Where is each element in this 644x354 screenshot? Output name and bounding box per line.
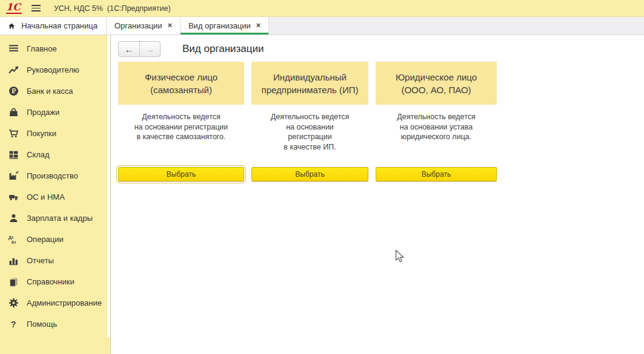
svg-text:Кт: Кт: [12, 240, 16, 244]
card-description: Деятельность ведется на основании устава…: [376, 112, 497, 167]
window-titlebar: 1С УСН, НДС 5% (1С:Предприятие): [0, 0, 644, 17]
sidebar-item-fixed-assets[interactable]: ОС и НМА: [0, 186, 110, 208]
sidebar-item-label: Руководителю: [27, 65, 79, 74]
sidebar-item-sales[interactable]: Продажи: [0, 102, 110, 123]
history-nav-group: ← →: [118, 41, 161, 57]
sidebar-item-label: Продажи: [27, 108, 59, 117]
shopping-bag-icon: [8, 107, 19, 118]
tab-label: Организации: [115, 21, 162, 30]
sidebar-item-label: ОС и НМА: [27, 192, 65, 202]
sidebar-item-production[interactable]: Производство: [0, 165, 110, 186]
bar-chart-icon: [8, 255, 19, 266]
menu-lines-icon: [8, 44, 19, 54]
sidebar-item-warehouse[interactable]: Склад: [0, 144, 110, 165]
sidebar-item-label: Отчеты: [27, 256, 54, 265]
sidebar: Главное Руководителю Р Банк и касса: [0, 35, 111, 354]
sidebar-item-label: Склад: [27, 150, 50, 159]
sidebar-item-label: Производство: [27, 171, 78, 180]
sidebar-item-label: Зарплата и кадры: [27, 214, 93, 223]
tab-label: Вид организации: [188, 21, 251, 30]
tab-home-label: Начальная страница: [21, 21, 98, 30]
sidebar-item-administration[interactable]: Администрирование: [0, 292, 110, 313]
sidebar-item-reports[interactable]: Отчеты: [0, 250, 110, 271]
sidebar-item-main[interactable]: Главное: [0, 38, 110, 59]
sidebar-item-payroll[interactable]: Зарплата и кадры: [0, 208, 110, 229]
tab-organizations[interactable]: Организации ×: [107, 17, 181, 34]
card-title: Индивидуальный предприниматель (ИП): [251, 62, 368, 105]
sidebar-item-directories[interactable]: Справочники: [0, 271, 110, 292]
select-legal-entity-button[interactable]: Выбрать: [376, 167, 497, 182]
svg-text:Дт: Дт: [8, 235, 14, 240]
sidebar-item-manager[interactable]: Руководителю: [0, 59, 110, 80]
active-tab-underline: [181, 33, 268, 34]
tab-organization-type[interactable]: Вид организации ×: [181, 17, 269, 34]
select-self-employed-button[interactable]: Выбрать: [118, 167, 244, 182]
tab-home[interactable]: Начальная страница: [0, 17, 107, 34]
sidebar-item-operations[interactable]: Дт Кт Операции: [0, 229, 110, 250]
1c-logo: 1С: [6, 2, 22, 14]
main-menu-icon[interactable]: [32, 5, 41, 11]
gear-icon: [8, 298, 19, 309]
tab-bar: Начальная страница Организации × Вид орг…: [0, 17, 644, 35]
sidebar-item-label: Главное: [27, 44, 57, 53]
card-legal-entity: Юридическое лицо (ООО, АО, ПАО) Деятельн…: [376, 62, 497, 182]
sidebar-item-label: Помощь: [27, 320, 57, 329]
back-button[interactable]: ←: [119, 42, 139, 56]
question-icon: ?: [8, 319, 19, 330]
sidebar-item-bank[interactable]: Р Банк и касса: [0, 80, 110, 102]
svg-text:Р: Р: [12, 88, 16, 94]
sidebar-item-label: Операции: [27, 235, 64, 244]
organization-type-cards: Физическое лицо (самозанятый) Деятельнос…: [118, 62, 644, 182]
person-icon: [8, 213, 19, 224]
sidebar-item-help[interactable]: ? Помощь: [0, 313, 110, 335]
trend-arrow-icon: [8, 65, 19, 76]
warehouse-grid-icon: [8, 149, 19, 160]
sidebar-item-label: Администрирование: [27, 298, 102, 307]
card-self-employed: Физическое лицо (самозанятый) Деятельнос…: [118, 62, 244, 182]
ruble-circle-icon: Р: [8, 86, 19, 97]
sidebar-item-purchases[interactable]: Покупки: [0, 123, 110, 144]
close-icon[interactable]: ×: [256, 22, 261, 30]
truck-icon: [8, 192, 19, 203]
card-title: Физическое лицо (самозанятый): [118, 62, 244, 105]
card-description: Деятельность ведется на основании регист…: [118, 112, 244, 167]
close-icon[interactable]: ×: [168, 22, 172, 30]
books-icon: [8, 277, 19, 287]
shopping-cart-icon: [8, 128, 19, 139]
forward-button[interactable]: →: [139, 42, 160, 56]
window-title: УСН, НДС 5% (1С:Предприятие): [54, 4, 171, 13]
sidebar-scrollbar[interactable]: [107, 35, 110, 337]
select-entrepreneur-button[interactable]: Выбрать: [251, 167, 368, 182]
home-icon: [8, 22, 15, 30]
sidebar-item-label: Справочники: [27, 277, 75, 286]
card-title: Юридическое лицо (ООО, АО, ПАО): [376, 62, 497, 105]
factory-icon: [8, 171, 19, 182]
card-description: Деятельность ведется на основании регист…: [251, 112, 368, 167]
main-content: ← → Вид организации Физическое лицо (сам…: [111, 35, 644, 354]
sidebar-item-label: Банк и касса: [27, 87, 73, 96]
sidebar-item-label: Покупки: [27, 129, 56, 138]
page-title: Вид организации: [182, 43, 264, 55]
card-individual-entrepreneur: Индивидуальный предприниматель (ИП) Деят…: [251, 62, 368, 182]
debit-credit-icon: Дт Кт: [8, 234, 19, 245]
